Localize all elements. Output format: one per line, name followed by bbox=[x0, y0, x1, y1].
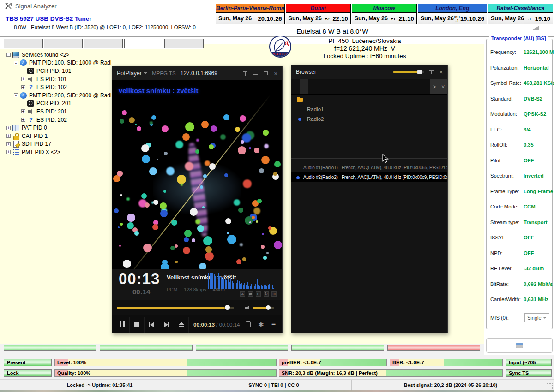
chevron-down-icon: > bbox=[440, 85, 446, 88]
browser-list-item[interactable]: Radio1 bbox=[291, 104, 447, 114]
tree-item[interactable]: PCR PID: 201 bbox=[3, 100, 111, 108]
volume-knob[interactable] bbox=[266, 305, 271, 310]
browser-slider[interactable] bbox=[393, 71, 424, 73]
transponder-row-label: Polarization: bbox=[490, 65, 524, 71]
scroll-right-button[interactable]: > bbox=[430, 79, 439, 94]
tree-item[interactable]: + CAT PID 1 bbox=[3, 132, 111, 140]
ab-repeat-a-button[interactable]: A bbox=[240, 291, 245, 297]
tree-expander[interactable]: - bbox=[14, 93, 18, 97]
minimize-icon[interactable] bbox=[253, 74, 258, 75]
stop-button[interactable] bbox=[130, 317, 145, 333]
tree-expander[interactable]: + bbox=[21, 85, 25, 89]
mode-tab-button[interactable] bbox=[4, 39, 43, 48]
browser-tab[interactable] bbox=[308, 79, 316, 94]
tree-item[interactable]: PCR PID: 101 bbox=[3, 67, 111, 75]
transponder-row: NPD: OFF bbox=[490, 250, 550, 256]
mode-tab-button[interactable] bbox=[124, 39, 163, 48]
tree-item[interactable]: + ES PID: 202 bbox=[3, 116, 111, 124]
mode-tab-button[interactable] bbox=[84, 39, 123, 48]
tree-item[interactable]: - Services found <2> bbox=[3, 51, 111, 59]
tree-expander[interactable]: - bbox=[14, 61, 18, 65]
tree-item[interactable]: + PMT PID X <2> bbox=[3, 148, 111, 156]
status-sync: SYNC 0 | TEI 0 | CC 0 bbox=[196, 380, 352, 391]
close-icon[interactable]: × bbox=[274, 71, 277, 77]
clock-date: Sun, May 26 bbox=[355, 15, 388, 22]
playlist-button[interactable] bbox=[246, 321, 251, 327]
potplayer-menu[interactable]: PotPlayer bbox=[117, 70, 147, 77]
clock-time-row: Sun, May 26 20:10:26 bbox=[216, 13, 285, 24]
browser-tab[interactable] bbox=[316, 79, 325, 94]
video-area[interactable]: Velikost snímku : zvětšit bbox=[112, 80, 282, 269]
ab-repeat-b-button[interactable]: B bbox=[256, 291, 261, 297]
clock-time: 19:10:26 bbox=[460, 15, 484, 22]
mode-tab-button[interactable] bbox=[164, 39, 204, 48]
seek-row bbox=[112, 300, 282, 315]
eject-button[interactable] bbox=[174, 317, 189, 333]
tree-item[interactable]: + ES PID: 102 bbox=[3, 83, 111, 91]
transponder-row-value: OFF bbox=[524, 158, 550, 163]
maximize-icon[interactable] bbox=[264, 71, 268, 75]
previous-button[interactable] bbox=[145, 317, 159, 333]
tree-node-icon bbox=[27, 117, 34, 123]
tree-expander[interactable]: + bbox=[6, 126, 11, 130]
tree-item[interactable]: + ES PID: 201 bbox=[3, 107, 111, 116]
tree-expander[interactable]: - bbox=[6, 53, 11, 57]
browser-list-item[interactable]: Radio2 bbox=[291, 114, 447, 124]
menu-button[interactable]: ≡ bbox=[271, 321, 276, 328]
resize-grip[interactable] bbox=[547, 382, 553, 389]
ab-repeat-mid-button[interactable]: ⇄ bbox=[248, 291, 253, 297]
transponder-row-value: DVB-S2 bbox=[524, 96, 550, 101]
psi-badge bbox=[387, 345, 480, 351]
list-item-icon bbox=[297, 116, 303, 122]
tree-node-label: PMT PID X <2> bbox=[22, 149, 60, 155]
clock-city-label: Rabat-Casablanca bbox=[496, 5, 544, 12]
transponder-row-label: Symbol Rate: bbox=[490, 80, 524, 86]
dropdown-button[interactable]: > bbox=[439, 79, 447, 94]
audio-track-item[interactable]: Audio #1(Radio1) - French, AAC(LATM), 48… bbox=[291, 163, 447, 172]
tree-item[interactable]: + ES PID: 101 bbox=[3, 75, 111, 83]
potplayer-titlebar[interactable]: PotPlayer MPEG TS 127.0.0.1:6969 × bbox=[112, 66, 282, 80]
tree-expander[interactable]: + bbox=[6, 142, 11, 146]
tree-expander[interactable]: + bbox=[6, 150, 11, 154]
pin-icon[interactable] bbox=[429, 69, 434, 75]
audio-track-list: Audio #1(Radio1) - French, AAC(LATM), 48… bbox=[291, 163, 447, 182]
transponder-row-value: 0,631 MHz bbox=[524, 297, 550, 302]
loop-button[interactable]: ↻ bbox=[264, 291, 269, 297]
seek-bar[interactable] bbox=[117, 307, 234, 309]
browser-titlebar[interactable]: Browser × bbox=[291, 65, 447, 79]
ab-repeat-controls: A ⇄ B ↻ ⊞ bbox=[240, 291, 277, 297]
tree-item[interactable]: + SDT PID 17 bbox=[3, 140, 111, 148]
tree-node-icon bbox=[27, 108, 34, 115]
close-icon[interactable]: × bbox=[439, 69, 443, 75]
browser-list-item[interactable]: .. bbox=[291, 95, 447, 104]
mode-tab-button[interactable] bbox=[44, 39, 83, 48]
mode-tabstrip bbox=[4, 39, 204, 48]
music-visualization bbox=[112, 107, 282, 269]
volume-icon[interactable] bbox=[245, 305, 252, 310]
psi-badge bbox=[100, 345, 193, 351]
audio-track-item[interactable]: Audio #2(Radio2) - French, AAC(LATM), 48… bbox=[291, 172, 447, 182]
fullscreen-button[interactable]: ⊞ bbox=[271, 291, 277, 297]
tree-expander[interactable]: + bbox=[21, 77, 25, 81]
clock-offset-value: -1 bbox=[528, 17, 531, 21]
tree-expander[interactable]: + bbox=[6, 134, 11, 138]
status-best-signal: Best signal: 20,2 dB (2024-05-26 20:10) bbox=[352, 380, 549, 391]
tree-node-label: PMT PID: 200, SID: 2000 @ Radio2 (Hitwes… bbox=[29, 92, 111, 99]
tree-expander[interactable]: + bbox=[21, 118, 25, 122]
pin-icon[interactable] bbox=[243, 71, 247, 76]
potplayer-window: PotPlayer MPEG TS 127.0.0.1:6969 × Velik… bbox=[112, 66, 283, 333]
browser-tab[interactable] bbox=[300, 79, 308, 94]
tree-item[interactable]: + PAT PID 0 bbox=[3, 124, 111, 132]
mis-select[interactable]: Single bbox=[524, 313, 549, 322]
tree-item[interactable]: - PMT PID: 100, SID: 1000 @ Radio1 (Hitw… bbox=[3, 59, 111, 67]
seek-knob[interactable] bbox=[225, 305, 230, 310]
card-reader-box[interactable] bbox=[486, 338, 553, 353]
settings-gear-button[interactable]: ✱ bbox=[258, 321, 264, 328]
browser-tab[interactable] bbox=[291, 79, 300, 94]
transponder-row-label: Spectrum: bbox=[490, 173, 524, 178]
tree-item[interactable]: - PMT PID: 200, SID: 2000 @ Radio2 (Hitw… bbox=[3, 91, 111, 100]
volume-bar[interactable] bbox=[253, 307, 274, 309]
tree-expander[interactable]: + bbox=[21, 109, 25, 113]
pause-button[interactable] bbox=[115, 317, 130, 333]
next-button[interactable] bbox=[159, 317, 174, 333]
